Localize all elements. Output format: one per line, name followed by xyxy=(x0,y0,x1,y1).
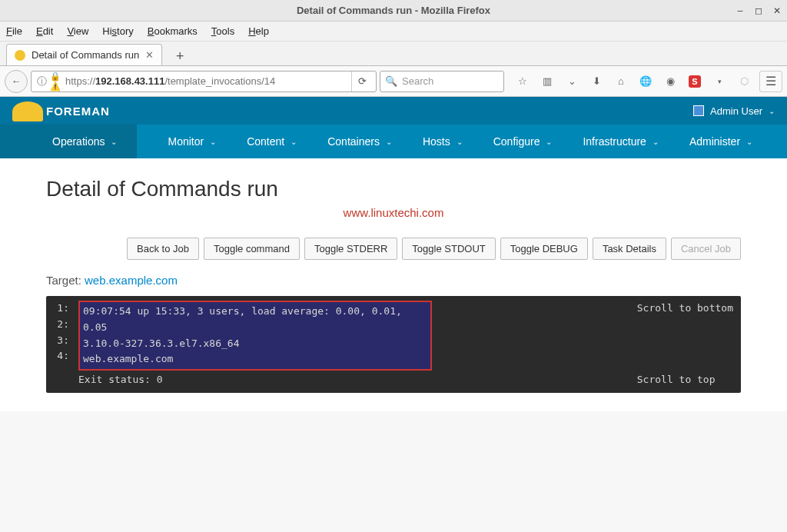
identity-icon[interactable]: ⓘ xyxy=(35,75,48,88)
target-host-link[interactable]: web.example.com xyxy=(85,274,178,287)
reload-button[interactable]: ⟳ xyxy=(351,71,373,91)
line-number: 1: xyxy=(52,301,78,317)
line-number: 3: xyxy=(52,333,78,349)
window-title: Detail of Commands run - Mozilla Firefox xyxy=(297,5,490,16)
back-button[interactable]: ← xyxy=(5,70,28,93)
toggle-command-button[interactable]: Toggle command xyxy=(204,238,300,260)
addon-globe-icon[interactable]: 🌐 xyxy=(639,75,652,87)
toggle-stderr-button[interactable]: Toggle STDERR xyxy=(304,238,397,260)
menu-edit[interactable]: Edit xyxy=(36,25,53,37)
nav-administer[interactable]: Administer⌄ xyxy=(689,135,752,148)
nav-infrastructure[interactable]: Infrastructure⌄ xyxy=(583,135,658,148)
line-text: web.example.com xyxy=(83,351,427,367)
highlighted-output-block: 09:07:54 up 15:33, 3 users, load average… xyxy=(78,301,432,371)
home-icon[interactable]: ⌂ xyxy=(615,75,627,87)
nav-containers[interactable]: Containers⌄ xyxy=(327,135,392,148)
bookmark-star-icon[interactable]: ☆ xyxy=(516,75,529,87)
menu-file[interactable]: File xyxy=(6,25,22,37)
target-label: Target: xyxy=(46,274,85,287)
window-close-button[interactable]: ✕ xyxy=(773,5,781,16)
page-title: Detail of Commands run xyxy=(46,177,741,201)
chevron-down-icon: ⌄ xyxy=(769,107,775,115)
url-bar[interactable]: ⓘ 🔒⚠️ https://192.168.43.111/template_in… xyxy=(31,71,377,92)
window-titlebar: Detail of Commands run - Mozilla Firefox… xyxy=(0,0,787,22)
line-text: 09:07:54 up 15:33, 3 users, load average… xyxy=(83,304,427,336)
lock-warning-icon: 🔒⚠️ xyxy=(48,71,62,91)
chevron-down-icon: ⌄ xyxy=(111,138,117,146)
foreman-logo[interactable]: FOREMAN xyxy=(46,105,110,118)
chevron-down-icon: ⌄ xyxy=(653,138,659,146)
terminal-output: 1:2:3:4: 09:07:54 up 15:33, 3 users, loa… xyxy=(46,296,741,393)
menu-help[interactable]: Help xyxy=(248,25,269,37)
task-details-button[interactable]: Task Details xyxy=(593,238,666,260)
user-name: Admin User xyxy=(710,105,762,117)
nav-content[interactable]: Content⌄ xyxy=(247,135,297,148)
toggle-debug-button[interactable]: Toggle DEBUG xyxy=(500,238,588,260)
browser-menubar: File Edit View History Bookmarks Tools H… xyxy=(0,22,787,42)
stylish-addon-icon[interactable]: S xyxy=(689,75,701,88)
chevron-down-icon: ⌄ xyxy=(291,138,297,146)
scroll-to-bottom-link[interactable]: Scroll to bottom xyxy=(637,301,733,317)
foreman-nav: Operations⌄ Monitor⌄ Content⌄ Containers… xyxy=(0,125,787,158)
cancel-job-button: Cancel Job xyxy=(671,238,741,260)
foreman-header: FOREMAN Admin User ⌄ xyxy=(0,97,787,125)
new-tab-button[interactable]: + xyxy=(170,47,190,65)
line-number: 2: xyxy=(52,317,78,333)
tab-title: Detail of Commands run xyxy=(32,49,139,61)
nav-hosts[interactable]: Hosts⌄ xyxy=(423,135,463,148)
foreman-helmet-icon xyxy=(12,101,43,121)
search-placeholder: Search xyxy=(402,75,433,87)
line-text: 3.10.0-327.36.3.el7.x86_64 xyxy=(83,336,427,352)
chevron-down-icon: ⌄ xyxy=(210,138,216,146)
chevron-down-icon: ⌄ xyxy=(746,138,752,146)
nav-operations[interactable]: Operations⌄ xyxy=(0,125,137,158)
menu-bookmarks[interactable]: Bookmarks xyxy=(148,25,198,37)
nav-configure[interactable]: Configure⌄ xyxy=(493,135,553,148)
window-minimize-button[interactable]: – xyxy=(736,5,744,16)
chevron-down-icon: ⌄ xyxy=(546,138,552,146)
watermark-text: www.linuxtechi.com xyxy=(46,206,741,219)
menu-tools[interactable]: Tools xyxy=(211,25,234,37)
toggle-stdout-button[interactable]: Toggle STDOUT xyxy=(402,238,495,260)
search-bar[interactable]: 🔍 Search xyxy=(380,71,504,92)
foreman-favicon-icon xyxy=(15,50,25,61)
browser-tabbar: Detail of Commands run ✕ + xyxy=(0,42,787,66)
chevron-down-icon: ⌄ xyxy=(386,138,392,146)
menu-history[interactable]: History xyxy=(102,25,133,37)
nav-monitor[interactable]: Monitor⌄ xyxy=(168,135,216,148)
line-number: 4: xyxy=(52,348,78,364)
addon-dropdown-icon[interactable]: ▾ xyxy=(713,78,726,85)
search-icon: 🔍 xyxy=(385,75,397,87)
greasemonkey-icon[interactable]: ⬡ xyxy=(738,75,750,87)
user-menu[interactable]: Admin User ⌄ xyxy=(693,105,775,117)
url-text[interactable]: https://192.168.43.111/template_invocati… xyxy=(62,75,351,87)
scroll-to-top-link[interactable]: Scroll to top xyxy=(637,372,733,388)
downloads-icon[interactable]: ⬇ xyxy=(590,75,603,87)
sidebar-icon[interactable]: ▥ xyxy=(541,75,553,87)
page-content: Detail of Commands run www.linuxtechi.co… xyxy=(0,158,787,411)
tab-close-button[interactable]: ✕ xyxy=(145,49,154,61)
back-to-job-button[interactable]: Back to Job xyxy=(127,238,199,260)
browser-tab[interactable]: Detail of Commands run ✕ xyxy=(6,44,162,65)
user-avatar-icon xyxy=(693,105,704,116)
hamburger-menu-button[interactable]: ☰ xyxy=(759,71,782,92)
pocket-icon[interactable]: ⌄ xyxy=(566,75,578,87)
chevron-down-icon: ⌄ xyxy=(457,138,463,146)
foreman-brand-text: FOREMAN xyxy=(46,105,110,118)
addon-dot-icon[interactable]: ◉ xyxy=(664,75,676,87)
target-line: Target: web.example.com xyxy=(46,274,741,287)
menu-view[interactable]: View xyxy=(67,25,88,37)
browser-toolbar: ← ⓘ 🔒⚠️ https://192.168.43.111/template_… xyxy=(0,66,787,97)
window-maximize-button[interactable]: ◻ xyxy=(755,5,762,16)
action-button-row: Back to Job Toggle command Toggle STDERR… xyxy=(46,238,741,260)
